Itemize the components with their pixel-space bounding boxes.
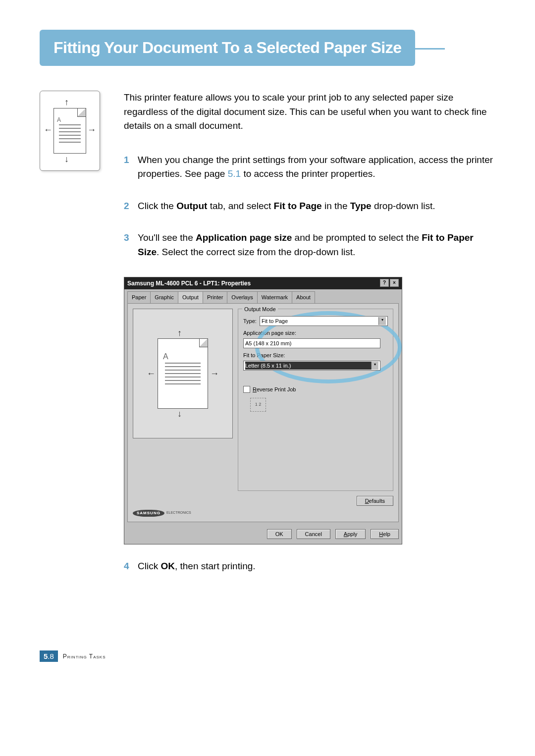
arrow-right-icon: →	[87, 125, 96, 135]
properties-dialog: Samsung ML-4600 PCL 6 - LPT1: Properties…	[124, 277, 402, 544]
step-text: to access the printer properties.	[241, 168, 375, 179]
help-icon[interactable]: ?	[380, 279, 389, 287]
page-title: Fitting Your Document To a Selected Pape…	[40, 30, 415, 66]
step-text: and be prompted to select the	[292, 232, 422, 243]
apply-button[interactable]: Apply	[335, 529, 366, 539]
output-mode-group-title: Output Mode	[242, 305, 278, 314]
arrow-down-icon: ↓	[64, 154, 69, 164]
arrow-down-icon: ↓	[177, 407, 182, 421]
step-text: in the	[322, 201, 350, 211]
intro-paragraph: This printer feature allows you to scale…	[124, 91, 495, 133]
step-text: tab, and select	[207, 201, 273, 211]
fit-page-illustration: A ↑ ↓ ← →	[40, 91, 100, 171]
footer-section: Printing Tasks	[63, 653, 106, 660]
print-preview: A ↑ ↓ ← →	[133, 309, 233, 438]
step-body: Click the Output tab, and select Fit to …	[138, 199, 495, 214]
tab-graphic[interactable]: Graphic	[150, 291, 178, 303]
step-number: 3	[124, 231, 133, 259]
step-bold: Type	[350, 201, 372, 211]
page-ref-link[interactable]: 5.1	[228, 168, 241, 179]
fit-paper-size-value: Letter (8.5 x 11 in.)	[245, 362, 371, 370]
step-text: , then start printing.	[175, 561, 256, 571]
step-bold: Fit to Page	[274, 201, 322, 211]
reverse-print-checkbox[interactable]	[243, 386, 250, 393]
defaults-button[interactable]: Defaults	[357, 496, 393, 506]
step-text: . Select the correct size from the drop-…	[157, 247, 355, 257]
type-label: Type:	[243, 317, 257, 325]
chevron-down-icon[interactable]: ▾	[378, 317, 386, 325]
page-order-icon: 1 2	[250, 398, 266, 412]
step-bold: Application page size	[196, 232, 292, 243]
app-page-size-field: A5 (148 x 210 mm)	[243, 338, 380, 349]
reverse-print-label: Reverse Print Job	[253, 385, 296, 394]
fit-paper-size-dropdown[interactable]: Letter (8.5 x 11 in.) ▾	[243, 361, 380, 371]
step-body: When you change the print settings from …	[138, 153, 495, 181]
tab-about[interactable]: About	[292, 291, 315, 303]
arrow-right-icon: →	[210, 367, 219, 380]
fit-paper-size-label: Fit to Paper Size:	[243, 351, 388, 360]
arrow-up-icon: ↑	[64, 97, 69, 108]
step-number: 1	[124, 153, 133, 181]
arrow-left-icon: ←	[44, 125, 53, 135]
tab-overlays[interactable]: Overlays	[227, 291, 257, 303]
arrow-up-icon: ↑	[177, 326, 182, 340]
app-page-size-label: Application page size:	[243, 329, 388, 337]
tab-watermark[interactable]: Watermark	[257, 291, 292, 303]
brand-subtext: ELECTRONICS	[166, 510, 191, 516]
step-bold: OK	[160, 561, 175, 571]
page-number-badge: 5.8	[40, 650, 58, 662]
close-icon[interactable]: ×	[390, 279, 399, 287]
step-text: You'll see the	[138, 232, 196, 243]
help-button[interactable]: Help	[371, 529, 399, 539]
cancel-button[interactable]: Cancel	[297, 529, 330, 539]
tab-output[interactable]: Output	[178, 291, 203, 303]
tab-paper[interactable]: Paper	[127, 291, 151, 303]
type-dropdown[interactable]: Fit to Page ▾	[260, 316, 388, 326]
step-text: Click the	[138, 201, 176, 211]
step-bold: Output	[176, 201, 207, 211]
page-letter: A	[57, 116, 61, 123]
type-value: Fit to Page	[262, 317, 378, 325]
step-text: Click	[138, 561, 160, 571]
chevron-down-icon[interactable]: ▾	[371, 362, 378, 370]
page-letter: A	[163, 351, 168, 363]
dialog-title: Samsung ML-4600 PCL 6 - LPT1: Properties	[127, 279, 379, 288]
step-body: Click OK, then start printing.	[138, 559, 495, 574]
tab-printer[interactable]: Printer	[203, 291, 227, 303]
step-body: You'll see the Application page size and…	[138, 231, 495, 259]
step-number: 2	[124, 199, 133, 214]
arrow-left-icon: ←	[147, 367, 156, 380]
ok-button[interactable]: OK	[267, 529, 292, 539]
step-number: 4	[124, 559, 133, 574]
samsung-logo: SAMSUNG	[133, 510, 164, 517]
step-text: drop-down list.	[372, 201, 435, 211]
